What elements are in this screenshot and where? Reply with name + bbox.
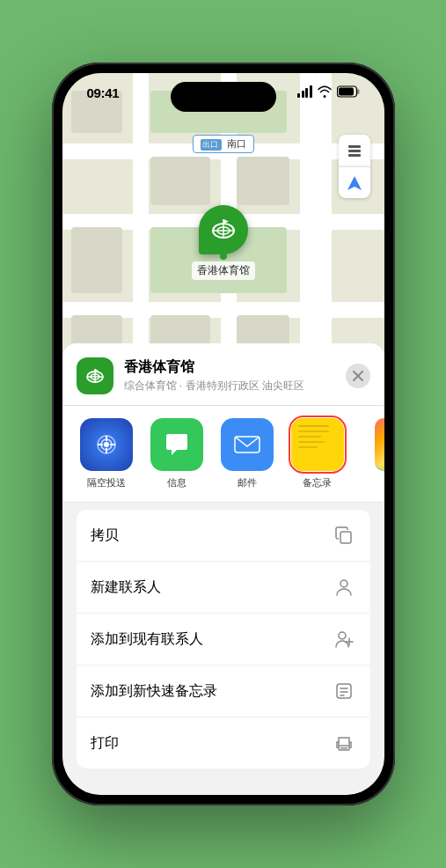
close-button[interactable]: [346, 364, 370, 388]
map-controls: [339, 135, 370, 198]
airdrop-svg: [91, 429, 122, 460]
more-icon: [375, 418, 384, 471]
messages-label: 信息: [167, 476, 186, 489]
location-arrow-icon: [346, 174, 363, 192]
share-item-more[interactable]: [356, 418, 384, 489]
map-location-button[interactable]: [339, 166, 370, 198]
person-add-icon: [332, 627, 356, 651]
messages-icon: [150, 418, 203, 471]
location-name: 香港体育馆: [124, 358, 346, 377]
mail-icon: [221, 418, 274, 471]
action-new-contact-label: 新建联系人: [91, 578, 161, 597]
status-time: 09:41: [87, 85, 120, 100]
stadium-svg: [209, 216, 238, 244]
location-header: 香港体育馆 综合体育馆 · 香港特别行政区 油尖旺区: [62, 343, 384, 406]
svg-rect-29: [340, 532, 351, 543]
svg-point-30: [340, 580, 347, 587]
action-copy[interactable]: 拷贝: [77, 510, 370, 562]
wifi-icon: [318, 85, 332, 98]
svg-rect-1: [357, 89, 360, 94]
battery-icon: [337, 85, 360, 98]
action-copy-label: 拷贝: [91, 526, 119, 545]
svg-rect-39: [340, 747, 347, 749]
svg-marker-12: [347, 176, 362, 190]
share-item-notes[interactable]: 备忘录: [286, 418, 349, 489]
share-row: 隔空投送 信息: [62, 406, 384, 503]
memo-icon: [332, 679, 356, 703]
share-item-messages[interactable]: 信息: [145, 418, 208, 489]
share-item-mail[interactable]: 邮件: [216, 418, 279, 489]
dynamic-island: [171, 82, 276, 112]
close-icon: [352, 370, 364, 382]
status-icons: [297, 85, 360, 98]
mail-svg: [230, 427, 265, 462]
copy-icon: [332, 523, 356, 548]
svg-rect-2: [339, 88, 354, 96]
svg-point-23: [104, 442, 109, 447]
action-add-contact-label: 添加到现有联系人: [91, 630, 203, 649]
airdrop-label: 隔空投送: [87, 476, 126, 489]
action-quick-note[interactable]: 添加到新快速备忘录: [77, 666, 370, 717]
phone-screen: 09:41: [62, 73, 384, 795]
notes-label: 备忘录: [303, 476, 332, 489]
notes-icon: [291, 418, 344, 471]
action-list: 拷贝 新建联系人: [77, 510, 370, 769]
venue-svg: [84, 364, 106, 387]
location-subtitle: 综合体育馆 · 香港特别行政区 油尖旺区: [124, 379, 346, 394]
stadium-label: 香港体育馆: [192, 261, 255, 280]
map-label: 出口 南口: [192, 135, 253, 153]
signal-bars: [297, 85, 312, 98]
airdrop-icon: [80, 418, 133, 471]
action-add-existing-contact[interactable]: 添加到现有联系人: [77, 614, 370, 666]
person-icon: [332, 575, 356, 600]
action-new-contact[interactable]: 新建联系人: [77, 562, 370, 614]
svg-rect-10: [348, 150, 361, 152]
action-print-label: 打印: [91, 734, 119, 753]
print-icon: [332, 731, 356, 755]
stadium-pin: [199, 205, 248, 254]
layers-icon: [346, 142, 363, 159]
phone-frame: 09:41: [52, 63, 395, 805]
action-quick-note-label: 添加到新快速备忘录: [91, 682, 217, 701]
share-item-airdrop[interactable]: 隔空投送: [75, 418, 138, 489]
stadium-marker: 香港体育馆: [192, 205, 255, 280]
location-info: 香港体育馆 综合体育馆 · 香港特别行政区 油尖旺区: [124, 358, 346, 394]
action-print[interactable]: 打印: [77, 717, 370, 769]
bottom-sheet: 香港体育馆 综合体育馆 · 香港特别行政区 油尖旺区: [62, 343, 384, 795]
mail-label: 邮件: [238, 476, 257, 489]
svg-point-31: [339, 632, 346, 639]
map-layers-button[interactable]: [339, 135, 370, 166]
messages-svg: [159, 427, 194, 462]
svg-rect-9: [348, 145, 361, 148]
location-venue-icon: [77, 357, 113, 394]
svg-rect-11: [348, 154, 361, 157]
